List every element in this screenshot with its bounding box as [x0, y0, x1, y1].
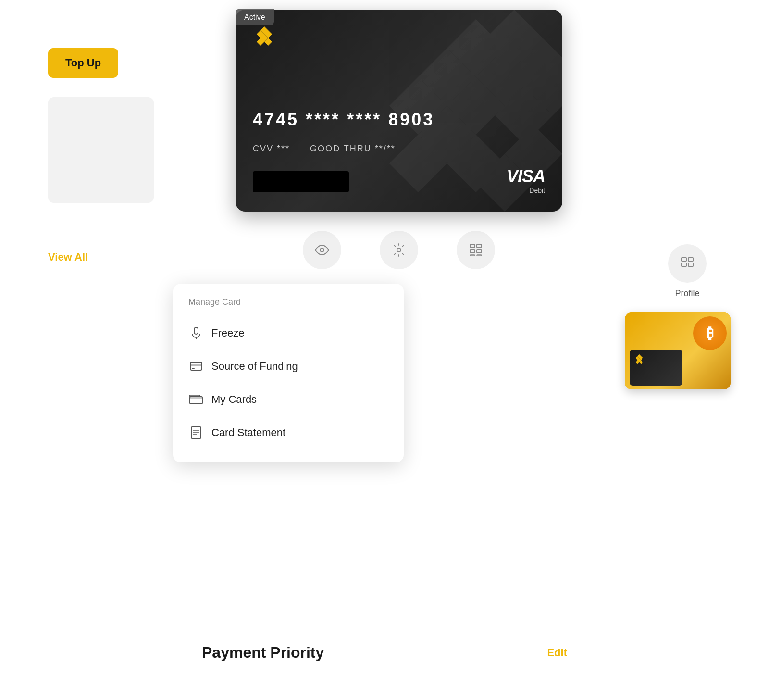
- edit-link[interactable]: Edit: [547, 647, 567, 659]
- payment-priority-title: Payment Priority: [202, 644, 324, 662]
- freeze-icon: [188, 325, 204, 341]
- svg-rect-23: [477, 244, 482, 248]
- svg-rect-27: [477, 255, 482, 256]
- profile-grid-icon: [681, 257, 694, 270]
- svg-point-21: [397, 248, 401, 252]
- my-cards-label: My Cards: [211, 393, 257, 406]
- freeze-item[interactable]: Freeze: [188, 317, 388, 350]
- source-funding-item[interactable]: Source of Funding: [188, 350, 388, 383]
- card-statement-item[interactable]: Card Statement: [188, 416, 388, 449]
- action-row: [236, 231, 562, 269]
- bitcoin-icon: ₿: [693, 316, 727, 350]
- card-wrapper: Active: [236, 10, 562, 212]
- profile-icon-circle[interactable]: [668, 244, 707, 283]
- thumb-binance-icon: [633, 353, 646, 366]
- card-thumbnail-inner: ₿: [625, 312, 731, 389]
- settings-button[interactable]: [380, 231, 418, 269]
- card-thumbnail[interactable]: ₿: [625, 312, 731, 389]
- card-number: 4745 **** **** 8903: [253, 110, 434, 130]
- top-up-button[interactable]: Top Up: [48, 48, 118, 78]
- svg-rect-32: [192, 368, 195, 369]
- eye-icon: [314, 245, 330, 255]
- cvv-label: CVV ***: [253, 144, 290, 153]
- manage-card-title: Manage Card: [188, 297, 388, 307]
- gray-box-placeholder: [48, 97, 154, 203]
- card-details: CVV *** GOOD THRU **/**: [253, 144, 396, 154]
- svg-rect-22: [470, 244, 475, 248]
- view-icon-circle: [303, 231, 341, 269]
- grid-button[interactable]: [457, 231, 495, 269]
- grid-icon-circle: [457, 231, 495, 269]
- card-logo: [250, 24, 279, 55]
- svg-rect-43: [688, 263, 693, 266]
- gear-icon: [392, 243, 406, 257]
- svg-point-20: [320, 248, 324, 252]
- good-thru-label: GOOD THRU **/**: [310, 144, 396, 153]
- grid-icon: [469, 243, 483, 257]
- active-badge: Active: [236, 9, 274, 25]
- svg-rect-24: [470, 250, 475, 253]
- my-cards-icon: [188, 392, 204, 407]
- svg-rect-35: [189, 395, 200, 397]
- view-button[interactable]: [303, 231, 341, 269]
- visa-debit-label: Debit: [507, 187, 545, 194]
- left-panel: Top Up View All: [48, 48, 154, 263]
- settings-icon-circle: [380, 231, 418, 269]
- binance-icon: [250, 24, 279, 53]
- card-section: Active: [135, 0, 663, 269]
- svg-rect-28: [194, 327, 198, 334]
- profile-section: Profile: [668, 244, 707, 299]
- profile-label: Profile: [675, 288, 699, 299]
- thumb-card: [630, 350, 682, 386]
- svg-rect-36: [191, 427, 201, 438]
- credit-card[interactable]: 4745 **** **** 8903 CVV *** GOOD THRU **…: [236, 10, 562, 212]
- svg-rect-40: [682, 258, 686, 261]
- svg-rect-26: [470, 255, 475, 256]
- payment-priority-section: Payment Priority Edit: [202, 644, 567, 662]
- source-funding-icon: [188, 359, 204, 374]
- svg-rect-25: [477, 250, 482, 253]
- svg-rect-41: [688, 258, 693, 261]
- card-name-bar: [253, 171, 349, 192]
- card-statement-label: Card Statement: [211, 426, 285, 439]
- view-all-link[interactable]: View All: [48, 251, 88, 263]
- visa-text: VISA: [507, 166, 545, 187]
- card-statement-icon: [188, 425, 204, 440]
- my-cards-item[interactable]: My Cards: [188, 383, 388, 416]
- freeze-label: Freeze: [211, 327, 244, 339]
- visa-logo: VISA Debit: [507, 166, 545, 194]
- source-funding-label: Source of Funding: [211, 360, 298, 373]
- svg-rect-31: [190, 364, 202, 366]
- manage-card-dropdown: Manage Card Freeze Source of Funding: [173, 284, 404, 462]
- svg-rect-42: [682, 263, 686, 266]
